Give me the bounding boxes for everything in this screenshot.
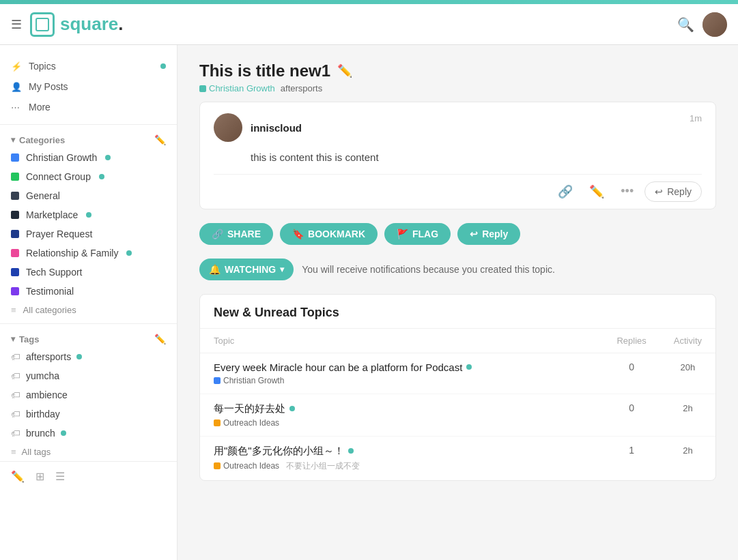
action-bar: 🔗 SHARE 🔖 BOOKMARK 🚩 FLAG ↩ Reply <box>199 223 716 245</box>
sidebar-topics-label: Topics <box>29 61 154 72</box>
tag-icon-ambience: 🏷 <box>11 389 20 400</box>
tags-label: Tags <box>19 334 39 344</box>
edit-icon-btn[interactable]: ✏️ <box>584 181 610 202</box>
sidebar: ⚡ Topics 👤 My Posts ⋯ More ▾ Categ <box>0 45 178 560</box>
tag-icon-brunch: 🏷 <box>11 428 20 439</box>
topic-cat-name-1: Christian Growth <box>223 376 284 385</box>
flag-button[interactable]: 🚩 FLAG <box>384 223 451 245</box>
topic-cat-3: Outreach Ideas 不要让小组一成不变 <box>214 460 589 472</box>
cat-label-general: General <box>26 190 60 201</box>
topic-dot-1 <box>466 364 472 370</box>
divider-1 <box>0 124 177 125</box>
cat-item-testimonial[interactable]: Testimonial <box>0 282 177 301</box>
watching-row: 🔔 WATCHING ▾ You will receive notificati… <box>199 259 716 280</box>
cat-item-connect-group[interactable]: Connect Group <box>0 167 177 186</box>
topic-cell-1: Every week Miracle hour can be a platfor… <box>200 353 603 394</box>
post-actions: 🔗 ✏️ ••• ↩ Reply <box>200 175 715 209</box>
cat-label-prayer: Prayer Request <box>26 229 92 239</box>
more-icon-btn[interactable]: ••• <box>615 181 639 201</box>
cat-badge-marketplace <box>86 212 91 218</box>
tag-label-birthday: birthday <box>26 409 60 419</box>
hamburger-icon[interactable]: ☰ <box>11 17 22 32</box>
watching-dropdown-icon[interactable]: ▾ <box>280 265 284 274</box>
tag-yumcha[interactable]: 🏷 yumcha <box>0 366 177 385</box>
topic-activity-2: 2h <box>660 394 715 436</box>
post-cat-indicator <box>199 85 206 92</box>
bookmark-button[interactable]: 🔖 BOOKMARK <box>280 223 378 245</box>
post-edit-icon[interactable]: ✏️ <box>337 63 352 78</box>
post-cat-name: Christian Growth <box>209 83 275 93</box>
body: ⚡ Topics 👤 My Posts ⋯ More ▾ Categ <box>0 45 738 560</box>
tag-brunch[interactable]: 🏷 brunch <box>0 424 177 443</box>
cat-dot-relationship <box>11 249 19 257</box>
post-title-area: This is title new1 ✏️ Christian Growth a… <box>199 61 716 93</box>
post-tag: aftersports <box>281 83 322 93</box>
cat-item-marketplace[interactable]: Marketplace <box>0 205 177 224</box>
sidebar-bottom: ✏️ ⊞ ☰ <box>0 461 177 491</box>
tags-chevron[interactable]: ▾ <box>11 334 15 344</box>
tag-icon-yumcha: 🏷 <box>11 370 20 381</box>
list-icon[interactable]: ☰ <box>55 470 65 483</box>
table-row[interactable]: 每一天的好去处 Outreach Ideas 0 2h <box>200 394 715 436</box>
grid-icon[interactable]: ⊞ <box>36 470 44 483</box>
cat-dot-marketplace <box>11 211 19 219</box>
topics-section-header: New & Unread Topics <box>200 295 715 329</box>
share-label: SHARE <box>227 229 261 239</box>
avatar[interactable] <box>702 12 727 37</box>
logo-inner-box <box>36 18 49 31</box>
cat-item-relationship[interactable]: Relationship & Family <box>0 244 177 263</box>
tag-label-ambience: ambience <box>26 389 68 400</box>
bottom-reply-icon: ↩ <box>470 229 478 239</box>
cat-dot-tech-support <box>11 268 19 276</box>
post-body: this is content this is content <box>200 147 715 174</box>
topic-text-3: 用"颜色"多元化你的小组～！ <box>214 445 344 458</box>
link-icon-btn[interactable]: 🔗 <box>552 181 578 202</box>
sidebar-item-more[interactable]: ⋯ More <box>0 97 177 117</box>
sidebar-item-myposts[interactable]: 👤 My Posts <box>0 76 177 97</box>
compose-icon[interactable]: ✏️ <box>11 470 25 483</box>
sidebar-all-tags[interactable]: ≡ All tags <box>0 443 177 461</box>
categories-edit-icon[interactable]: ✏️ <box>154 134 166 145</box>
cat-label-testimonial: Testimonial <box>26 286 74 297</box>
tag-birthday[interactable]: 🏷 birthday <box>0 404 177 424</box>
sidebar-all-categories[interactable]: ≡ All categories <box>0 301 177 319</box>
flag-label: FLAG <box>412 229 438 239</box>
tag-dot-aftersports <box>76 354 82 359</box>
post-meta: Christian Growth aftersports <box>199 83 716 93</box>
post-avatar <box>214 113 242 142</box>
post-category[interactable]: Christian Growth <box>199 83 275 93</box>
cat-item-general[interactable]: General <box>0 186 177 205</box>
share-button[interactable]: 🔗 SHARE <box>199 223 273 245</box>
main-content: This is title new1 ✏️ Christian Growth a… <box>178 45 738 560</box>
tag-aftersports[interactable]: 🏷 aftersports <box>0 347 177 366</box>
cat-item-prayer[interactable]: Prayer Request <box>0 224 177 244</box>
watching-notice: You will receive notifications because y… <box>302 264 555 275</box>
search-icon[interactable]: 🔍 <box>677 16 694 33</box>
topics-section-title: New & Unread Topics <box>214 306 339 319</box>
tags-edit-icon[interactable]: ✏️ <box>154 334 166 344</box>
cat-label-relationship: Relationship & Family <box>26 248 118 259</box>
topic-replies-1: 0 <box>603 353 659 394</box>
cat-label-tech-support: Tech Support <box>26 267 83 278</box>
topic-dot-3 <box>348 448 354 454</box>
all-categories-icon: ≡ <box>11 305 16 315</box>
all-tags-label: All tags <box>22 447 51 457</box>
tag-ambience[interactable]: 🏷 ambience <box>0 385 177 404</box>
cat-item-tech-support[interactable]: Tech Support <box>0 263 177 282</box>
watching-button[interactable]: 🔔 WATCHING ▾ <box>199 259 294 280</box>
app: ☰ square. 🔍 ⚡ Topics <box>0 0 738 560</box>
table-row[interactable]: 用"颜色"多元化你的小组～！ Outreach Ideas 不要让小组一成不变 … <box>200 436 715 480</box>
topic-cat-name-3: Outreach Ideas <box>223 461 279 471</box>
post-title-text: This is title new1 <box>199 61 330 80</box>
categories-chevron[interactable]: ▾ <box>11 135 15 145</box>
table-row[interactable]: Every week Miracle hour can be a platfor… <box>200 353 715 394</box>
sidebar-item-topics[interactable]: ⚡ Topics <box>0 56 177 76</box>
topics-table-header-row: Topic Replies Activity <box>200 329 715 353</box>
post-reply-button[interactable]: ↩ Reply <box>644 181 702 202</box>
cat-item-christian-growth[interactable]: Christian Growth <box>0 148 177 167</box>
bottom-reply-button[interactable]: ↩ Reply <box>457 223 520 245</box>
topic-time-2: 2h <box>683 403 692 413</box>
reply-arrow-icon: ↩ <box>655 186 663 197</box>
topic-title-1: Every week Miracle hour can be a platfor… <box>214 362 589 373</box>
bookmark-label: BOOKMARK <box>308 229 365 239</box>
